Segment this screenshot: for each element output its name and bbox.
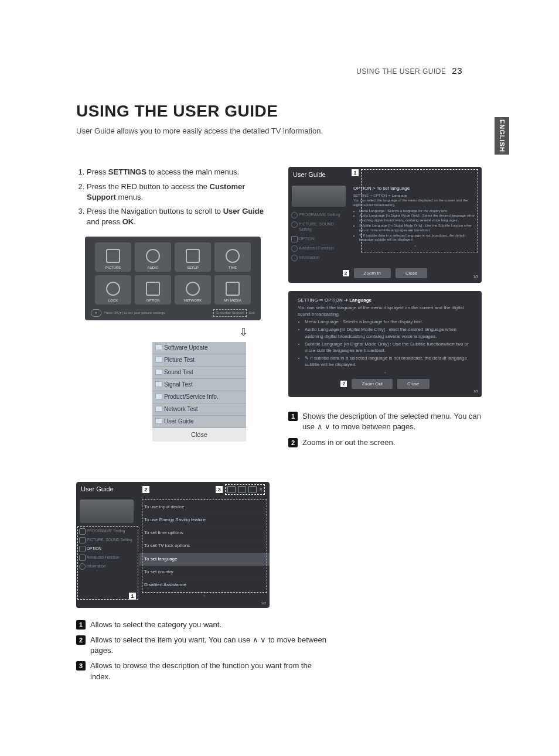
tv-settings-panel: PICTURE AUDIO SETUP TIME LOCK OPTION NET… <box>85 237 261 320</box>
bottom-left-block: User Guide 2 3 × PROGRAMME Setting PICTU… <box>76 482 328 682</box>
guide-footer: 2 Zoom In Close <box>288 266 482 283</box>
menu-close[interactable]: Close <box>152 428 246 442</box>
cat-programme[interactable]: PROGRAMME Setting <box>76 526 139 535</box>
callout-2a: 2 <box>343 270 349 276</box>
steps-list: Press SETTINGS to access the main menus.… <box>76 167 270 227</box>
column-right: User Guide 1 PROGRAMME Setting PICTURE, … <box>288 167 482 452</box>
page-number: 23 <box>452 66 462 76</box>
menu-signal-test[interactable]: Signal Test <box>152 379 246 391</box>
column-left: Press SETTINGS to access the main menus.… <box>76 167 270 452</box>
index-pagecount: 1/2 <box>76 601 270 607</box>
guide-sidebar: PROGRAMME Setting PICTURE, SOUND Setting… <box>288 182 350 266</box>
tile-setup[interactable]: SETUP <box>175 242 211 272</box>
tile-audio[interactable]: AUDIO <box>135 242 171 272</box>
side-picture-sound[interactable]: PICTURE, SOUND Setting <box>288 220 350 235</box>
tile-picture[interactable]: PICTURE <box>95 242 131 272</box>
callout-2c: 2 <box>142 486 149 493</box>
item-energy-saving[interactable]: To use Energy Saving feature <box>143 514 265 526</box>
intro-text: User Guide allows you to more easily acc… <box>76 126 509 136</box>
tile-mymedia[interactable]: MY MEDIA <box>214 275 251 305</box>
cat-advanced[interactable]: Advabced Function <box>76 553 139 562</box>
zoomed-pagecount: 1/3 <box>473 389 478 394</box>
right-annotation-1: 1 Shows the description of the selected … <box>288 411 482 432</box>
page-title: USING THE USER GUIDE <box>76 100 509 122</box>
cat-option[interactable]: OPTION <box>76 544 139 553</box>
step-1: Press SETTINGS to access the main menus. <box>87 167 270 177</box>
left-annotation-3: 3 Allows to browse the description of th… <box>76 661 328 682</box>
item-set-language[interactable]: To set language <box>139 553 270 566</box>
chevron-down-icon: ⌄ <box>353 244 477 248</box>
tile-time[interactable]: TIME <box>214 242 251 272</box>
item-tv-lock[interactable]: To set TV lock options <box>143 539 265 552</box>
settings-tile-grid: PICTURE AUDIO SETUP TIME LOCK OPTION NET… <box>91 242 255 305</box>
zoomed-breadcrumb: SETTING ⇨ OPTION ➔ Language <box>298 297 472 303</box>
list-icon[interactable] <box>227 486 236 493</box>
close-button[interactable]: Close <box>397 379 429 389</box>
index-body: PROGRAMME Setting PICTURE, SOUND Setting… <box>76 497 270 601</box>
cat-picture-sound[interactable]: PICTURE, SOUND Setting <box>76 535 139 544</box>
header-icon-strip: × <box>225 484 265 495</box>
tile-option[interactable]: OPTION <box>135 275 171 305</box>
chevron-down-icon: ⌄ <box>298 370 472 374</box>
down-arrow-icon: ⇩ <box>217 325 270 340</box>
close-button[interactable]: Close <box>396 268 427 278</box>
step-2: Press the RED button to access the Custo… <box>87 182 270 203</box>
item-set-country[interactable]: To set country <box>143 566 265 579</box>
index-header: User Guide 2 3 × <box>76 482 270 497</box>
page: USING THE USER GUIDE 23 ENGLISH USING TH… <box>0 0 559 756</box>
index-main: To use input device To use Energy Saving… <box>139 497 270 601</box>
running-head-title: USING THE USER GUIDE <box>356 67 446 76</box>
user-guide-index-panel: User Guide 2 3 × PROGRAMME Setting PICTU… <box>76 482 270 608</box>
zoom-out-button[interactable]: Zoom Out <box>352 379 393 389</box>
guide-title: User Guide <box>293 170 326 179</box>
zoomed-bullets: Menu Language : Selects a language for t… <box>305 319 472 368</box>
customer-support-hint: Customer Support <box>213 309 247 316</box>
index-items-wrap: To use input device To use Energy Saving… <box>143 501 265 591</box>
callout-3: 3 <box>216 486 223 493</box>
language-tab: ENGLISH <box>495 117 509 155</box>
guide-breadcrumb: OPTION > To set language <box>353 186 477 191</box>
index-title: User Guide <box>81 485 142 494</box>
item-disabled-assistance[interactable]: Disabled Assistance <box>143 579 265 591</box>
item-time-options[interactable]: To set time options <box>143 526 265 539</box>
index-preview <box>80 500 134 523</box>
cat-information[interactable]: Information <box>76 562 139 570</box>
side-information[interactable]: Information <box>288 253 350 262</box>
menu-sound-test[interactable]: Sound Test <box>152 367 246 379</box>
menu-software-update[interactable]: Software Update <box>152 342 246 354</box>
menu-picture-test[interactable]: Picture Test <box>152 354 246 367</box>
callout-2b: 2 <box>340 381 347 387</box>
callout-1b: 1 <box>129 593 136 600</box>
close-icon[interactable]: × <box>259 485 263 494</box>
tile-network[interactable]: NETWORK <box>175 275 211 305</box>
menu-user-guide[interactable]: User Guide <box>152 416 246 428</box>
tile-lock[interactable]: LOCK <box>95 275 131 305</box>
back-icon[interactable] <box>248 486 257 493</box>
ok-key-icon: ● <box>91 309 101 316</box>
right-annotations: 1 Shows the description of the selected … <box>288 411 482 448</box>
callout-1: 1 <box>352 169 359 176</box>
chevron-down-icon: ⌄ <box>143 593 265 597</box>
side-option[interactable]: OPTION <box>288 234 350 244</box>
running-head: USING THE USER GUIDE 23 <box>356 64 462 77</box>
menu-network-test[interactable]: Network Test <box>152 403 246 416</box>
zoomed-main-text: You can select the language of the menu … <box>298 305 472 317</box>
exit-hint: Exit <box>249 310 255 315</box>
guide-preview <box>292 186 346 207</box>
left-annotation-2: 2 Allows to select the item you want. Yo… <box>76 635 328 656</box>
guide-bullets: Menu Language : Selects a language for t… <box>359 209 477 243</box>
zoom-in-button[interactable]: Zoom In <box>354 268 391 278</box>
side-programme[interactable]: PROGRAMME Setting <box>288 210 350 220</box>
step-3: Press the Navigation buttons to scroll t… <box>87 206 270 227</box>
guide-main: OPTION > To set language SETTING ⇨ OPTIO… <box>350 182 482 266</box>
hint-text: Press OK(●) to set your picture settings… <box>104 310 166 315</box>
folder-icon[interactable] <box>238 486 246 493</box>
guide-desc: SETTING ⇨ OPTION ➔ Language You can sele… <box>353 194 477 242</box>
item-input-device[interactable]: To use input device <box>143 501 265 514</box>
menu-product-service-info[interactable]: Product/Service Info. <box>152 391 246 403</box>
right-annotation-2: 2 Zooms in or out the screen. <box>288 437 482 448</box>
zoomed-footer: 2 Zoom Out Close <box>298 374 472 394</box>
side-advanced[interactable]: Advabced Function <box>288 244 350 253</box>
two-columns: Press SETTINGS to access the main menus.… <box>76 167 509 452</box>
customer-support-menu: Software Update Picture Test Sound Test … <box>152 342 246 442</box>
